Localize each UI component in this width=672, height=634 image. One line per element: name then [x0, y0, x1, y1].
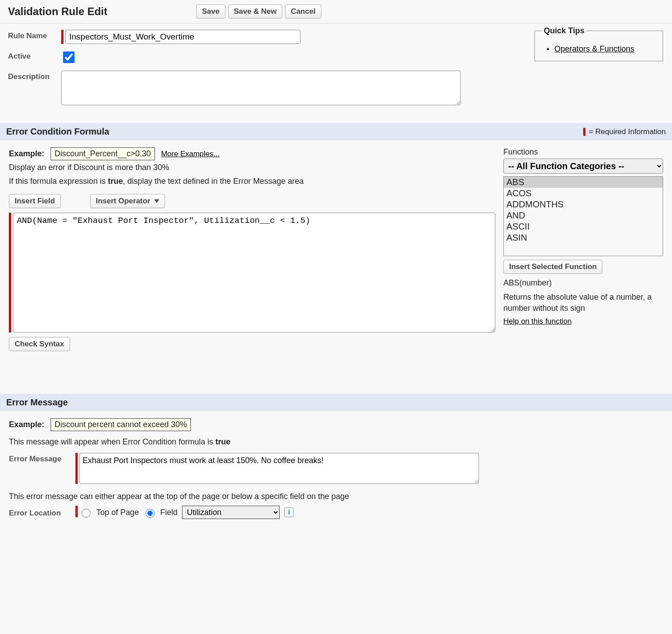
error-location-hint: This error message can either appear at …: [9, 492, 663, 501]
description-textarea[interactable]: [61, 71, 461, 105]
page-title: Validation Rule Edit: [8, 5, 107, 18]
insert-operator-button[interactable]: Insert Operator: [90, 194, 165, 208]
location-field-select[interactable]: Utilization: [182, 506, 280, 519]
function-item[interactable]: AND: [504, 210, 663, 221]
error-location-label: Error Location: [9, 507, 75, 518]
chevron-down-icon: [154, 199, 159, 203]
functions-label: Functions: [503, 147, 663, 157]
save-and-new-button[interactable]: Save & New: [228, 4, 282, 19]
required-indicator: [61, 30, 63, 44]
formula-section-title: Error Condition Formula: [6, 127, 109, 137]
example-label: Example:: [9, 149, 44, 158]
formula-section-header: Error Condition Formula = Required Infor…: [0, 123, 672, 140]
function-item[interactable]: ASCII: [504, 221, 663, 232]
error-example-text: Discount percent cannot exceed 30%: [51, 418, 191, 431]
location-top-radio[interactable]: [82, 509, 91, 518]
info-icon[interactable]: i: [284, 507, 294, 517]
function-listbox[interactable]: ABSACOSADDMONTHSANDASCIIASIN: [503, 176, 663, 256]
function-help-link[interactable]: Help on this function: [503, 317, 572, 325]
formula-instruction: If this formula expression is true, disp…: [9, 177, 495, 186]
function-category-select[interactable]: -- All Function Categories --: [503, 158, 663, 174]
error-message-textarea[interactable]: [79, 453, 479, 484]
location-top-label: Top of Page: [96, 508, 139, 517]
error-section-title: Error Message: [6, 397, 68, 408]
save-button[interactable]: Save: [196, 4, 225, 19]
quick-tips-panel: Quick Tips Operators & Functions: [534, 26, 663, 61]
function-item[interactable]: ABS: [504, 177, 663, 188]
error-section-body: Example: Discount percent cannot exceed …: [0, 411, 672, 532]
error-section-header: Error Message: [0, 394, 672, 411]
example-code: Discount_Percent__c>0.30: [51, 147, 155, 160]
operators-functions-link[interactable]: Operators & Functions: [554, 44, 634, 53]
required-bar-icon: [583, 128, 585, 136]
rule-name-input[interactable]: [65, 30, 300, 44]
description-label: Description: [8, 71, 61, 81]
basic-info-section: Quick Tips Operators & Functions Rule Na…: [0, 24, 672, 105]
cancel-button[interactable]: Cancel: [285, 4, 321, 19]
required-indicator: [75, 453, 78, 484]
error-hint: This message will appear when Error Cond…: [9, 437, 663, 447]
error-example-label: Example:: [9, 420, 44, 429]
required-indicator: [9, 213, 11, 333]
formula-textarea[interactable]: [13, 213, 495, 333]
error-message-label: Error Message: [9, 453, 75, 464]
insert-field-button[interactable]: Insert Field: [9, 194, 61, 208]
formula-section-body: Example: Discount_Percent__c>0.30 More E…: [0, 140, 672, 358]
function-item[interactable]: ADDMONTHS: [504, 199, 663, 210]
active-label: Active: [8, 50, 61, 61]
function-item[interactable]: ACOS: [504, 188, 663, 199]
more-examples-link[interactable]: More Examples...: [161, 150, 220, 158]
required-indicator: [75, 506, 78, 517]
functions-panel: Functions -- All Function Categories -- …: [503, 147, 663, 326]
page-header: Validation Rule Edit Save Save & New Can…: [0, 0, 672, 24]
example-hint: Display an error if Discount is more tha…: [9, 163, 495, 172]
check-syntax-button[interactable]: Check Syntax: [9, 337, 70, 351]
active-checkbox[interactable]: [63, 52, 75, 63]
insert-selected-function-button[interactable]: Insert Selected Function: [503, 260, 602, 274]
rule-name-label: Rule Name: [8, 30, 61, 40]
function-signature: ABS(number): [503, 277, 663, 288]
function-description: Returns the absolute value of a number, …: [503, 292, 663, 313]
required-info-legend: = Required Information: [583, 127, 666, 136]
location-field-label: Field: [160, 508, 178, 517]
location-field-radio[interactable]: [146, 509, 154, 518]
quick-tips-legend: Quick Tips: [542, 26, 586, 36]
function-item[interactable]: ASIN: [504, 232, 663, 243]
